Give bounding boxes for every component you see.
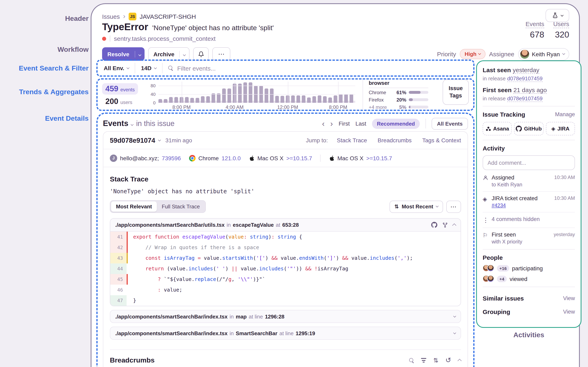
previous-event-button[interactable]: ‹ <box>322 120 325 127</box>
tab-full-stack-trace[interactable]: Full Stack Trace <box>157 201 205 212</box>
culprit-path[interactable]: sentry.tasks.process_commit_context <box>114 35 216 42</box>
breadcrumb-issues[interactable]: Issues <box>102 13 120 20</box>
code-token: '"' <box>287 266 296 272</box>
browser-bar-track <box>409 106 428 108</box>
experiment-flask-button[interactable] <box>545 9 569 22</box>
environment-select[interactable]: All Env. <box>101 65 135 71</box>
search-icon <box>409 358 414 363</box>
browser-bar-track <box>409 91 428 94</box>
stat-value: 320 <box>553 30 569 40</box>
breadcrumb-project[interactable]: JAVASCRIPT-SHGH <box>140 13 196 20</box>
people-label: participating <box>512 265 543 271</box>
stack-frame-header[interactable]: ./app/components/smartSearchBar/utils.ts… <box>110 218 461 232</box>
frame-expand[interactable] <box>454 332 456 334</box>
frame-in-word: in <box>225 222 233 228</box>
events-title: Events <box>103 119 129 128</box>
jump-link-breadcrumbs[interactable]: Breadcrumbs <box>378 137 412 143</box>
jump-link-stack-trace[interactable]: Stack Trace <box>337 137 367 143</box>
event-id-dropdown[interactable]: 59d078e91074 <box>110 136 160 144</box>
activity-item[interactable]: ⋮4 comments hidden <box>483 212 575 224</box>
annotation-trends: Trends & Aggregates <box>5 88 89 96</box>
stack-frame-collapsed[interactable]: ./app/components/smartSearchBar/index.ts… <box>110 327 461 340</box>
last-event-link[interactable]: Last <box>355 120 366 127</box>
ticket-link[interactable]: #4234 <box>492 203 506 208</box>
manage-link[interactable]: Manage <box>555 111 575 117</box>
code-token: ); <box>407 255 413 261</box>
stack-trace-controls: Most RelevantFull Stack Trace ⇅ Most Rec… <box>110 200 461 213</box>
breadcrumbs-time-button[interactable]: ↺ <box>445 356 451 365</box>
integration-asana-button[interactable]: Asana <box>483 122 512 135</box>
code-token: ) <box>336 255 342 261</box>
git-branch-icon[interactable] <box>442 222 448 228</box>
breadcrumbs-search-button[interactable] <box>409 358 414 363</box>
breadcrumbs-filter-button[interactable] <box>421 358 426 363</box>
breadcrumbs-sort-button[interactable]: ⇅ <box>433 357 438 364</box>
tag-value-link[interactable]: 739596 <box>162 155 181 161</box>
stack-frame-collapsed[interactable]: ./app/components/smartSearchBar/index.ts… <box>110 310 461 323</box>
last-seen-value[interactable]: yesterday <box>513 67 539 74</box>
filter-events-input[interactable] <box>177 65 470 72</box>
tag-value-link[interactable]: >=10.15.7 <box>286 155 312 161</box>
code-token: ',' <box>398 255 407 261</box>
archive-label[interactable]: Archive <box>148 51 179 57</box>
add-comment-input[interactable] <box>488 160 570 166</box>
events-dropdown[interactable]: Events in this issue <box>103 119 174 128</box>
code-token: // Wrap in quotes if there is a space <box>145 244 259 250</box>
frame-expand[interactable] <box>454 315 456 317</box>
issue-tags-button[interactable]: Issue Tags <box>443 79 469 105</box>
resolve-button[interactable]: Resolve <box>102 47 144 61</box>
view-link[interactable]: View <box>563 309 575 315</box>
priority-select[interactable]: High <box>460 49 485 59</box>
date-range-value: 14D <box>141 65 151 71</box>
y-tick-label: 0 <box>153 100 156 105</box>
subscribe-bell-button[interactable] <box>193 47 209 61</box>
code-token: . <box>367 255 370 261</box>
first-event-link[interactable]: First <box>339 120 350 127</box>
next-event-button[interactable]: › <box>330 120 333 127</box>
sidebar-link-row: Similar issuesView <box>483 292 575 305</box>
archive-button[interactable]: Archive <box>148 47 190 61</box>
date-range-select[interactable]: 14D <box>135 65 162 71</box>
tag-value-link[interactable]: >=10.15.7 <box>366 155 392 161</box>
frame-in-word: in <box>228 313 236 319</box>
all-events-button[interactable]: All Events <box>432 118 468 129</box>
first-seen-value[interactable]: 21 days ago <box>513 86 547 94</box>
chevron-up-icon[interactable] <box>452 224 456 227</box>
avatar <box>487 265 494 272</box>
integration-jira-button[interactable]: ◈JIRA <box>546 122 575 135</box>
assignee-select[interactable]: Keith Ryan <box>518 48 569 60</box>
tag-value-link[interactable]: 121.0.0 <box>222 155 241 161</box>
stack-frame-expanded: ./app/components/smartSearchBar/utils.ts… <box>110 218 461 306</box>
error-level-dot-icon <box>102 36 106 41</box>
frame-file-path[interactable]: ./app/components/smartSearchBar/utils.ts… <box>115 222 225 228</box>
culprit-row: sentry.tasks.process_commit_context <box>102 35 216 42</box>
browser-row: Chrome61% <box>369 90 443 95</box>
recommended-event-pill[interactable]: Recommended <box>372 118 420 129</box>
javascript-platform-icon: JS <box>129 12 136 20</box>
people-count-badge[interactable]: +16 <box>497 265 509 271</box>
sort-button[interactable]: ⇅ Most Recent <box>389 200 443 213</box>
view-link[interactable]: View <box>563 295 575 301</box>
frame-function: SmartSearchBar <box>236 330 277 336</box>
events-count-pill[interactable]: 459 events <box>102 83 138 95</box>
resolve-dropdown[interactable] <box>135 51 144 57</box>
tab-most-relevant[interactable]: Most Relevant <box>111 201 157 212</box>
github-icon[interactable] <box>431 222 437 228</box>
stack-trace-more-button[interactable]: ⋯ <box>446 200 461 213</box>
archive-dropdown[interactable] <box>179 51 189 57</box>
people-count-badge[interactable]: +4 <box>497 275 507 282</box>
jump-link-tags-context[interactable]: Tags & Context <box>422 137 461 143</box>
stat-label[interactable]: Events <box>526 20 544 28</box>
chart-bar <box>158 99 162 103</box>
integration-github-button[interactable]: GitHub <box>514 122 544 135</box>
x-tick-label: 4:00 AM <box>226 104 243 110</box>
stat-label[interactable]: Users <box>553 20 569 28</box>
chevron-up-icon[interactable] <box>458 359 462 363</box>
browser-row: +4 more5% <box>369 104 443 110</box>
asana-icon <box>485 126 491 132</box>
release-link[interactable]: d078e9107459 <box>507 75 543 82</box>
issue-tracking-title: Issue Tracking <box>483 111 525 118</box>
resolve-label[interactable]: Resolve <box>102 51 135 57</box>
release-link[interactable]: d078e9107459 <box>507 95 543 102</box>
more-actions-button[interactable]: ⋯ <box>212 47 230 61</box>
